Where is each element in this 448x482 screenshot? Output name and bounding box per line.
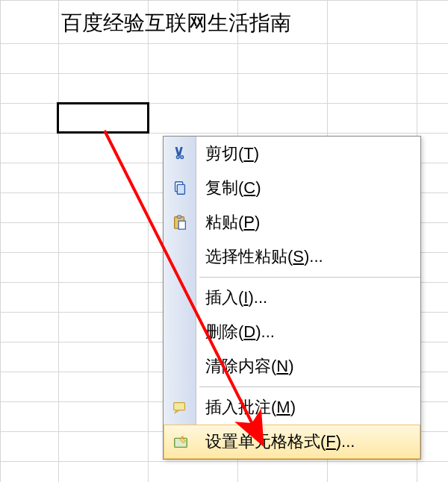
- svg-rect-5: [173, 403, 184, 410]
- menu-item-label: 粘贴(P): [196, 205, 420, 240]
- menu-item-label: 设置单元格格式(F)...: [196, 425, 420, 459]
- format-icon: [164, 425, 196, 459]
- menu-item-label: 清除内容(N): [196, 349, 420, 384]
- menu-item-7[interactable]: 清除内容(N): [164, 349, 420, 384]
- cell-content: 百度经验互联网生活指南: [61, 9, 291, 37]
- menu-item-label: 选择性粘贴(S)...: [196, 240, 420, 274]
- blank-icon: [164, 315, 196, 349]
- menu-item-3[interactable]: 选择性粘贴(S)...: [164, 240, 420, 274]
- comment-icon: [164, 390, 196, 425]
- blank-icon: [164, 240, 196, 274]
- blank-icon: [164, 349, 196, 384]
- svg-rect-4: [178, 221, 185, 229]
- menu-item-0[interactable]: 剪切(T): [164, 137, 420, 171]
- selected-cell[interactable]: [57, 102, 149, 134]
- cut-icon: [164, 137, 196, 171]
- svg-rect-1: [177, 184, 184, 194]
- svg-rect-7: [181, 436, 183, 439]
- menu-item-9[interactable]: 插入批注(M): [164, 390, 420, 425]
- menu-item-2[interactable]: 粘贴(P): [164, 205, 420, 240]
- menu-item-label: 剪切(T): [196, 137, 420, 171]
- context-menu: 剪切(T)复制(C)粘贴(P)选择性粘贴(S)...插入(I)...删除(D).…: [163, 136, 421, 460]
- menu-item-5[interactable]: 插入(I)...: [164, 281, 420, 315]
- menu-item-10[interactable]: 设置单元格格式(F)...: [164, 425, 420, 459]
- copy-icon: [164, 171, 196, 205]
- menu-separator: [164, 384, 420, 390]
- menu-item-1[interactable]: 复制(C): [164, 171, 420, 205]
- menu-item-label: 删除(D)...: [196, 315, 420, 349]
- menu-item-label: 插入批注(M): [196, 390, 420, 425]
- menu-item-label: 插入(I)...: [196, 281, 420, 315]
- blank-icon: [164, 281, 196, 315]
- menu-item-label: 复制(C): [196, 171, 420, 205]
- menu-separator: [164, 274, 420, 281]
- svg-rect-3: [177, 216, 181, 219]
- menu-item-6[interactable]: 删除(D)...: [164, 315, 420, 349]
- paste-icon: [164, 205, 196, 240]
